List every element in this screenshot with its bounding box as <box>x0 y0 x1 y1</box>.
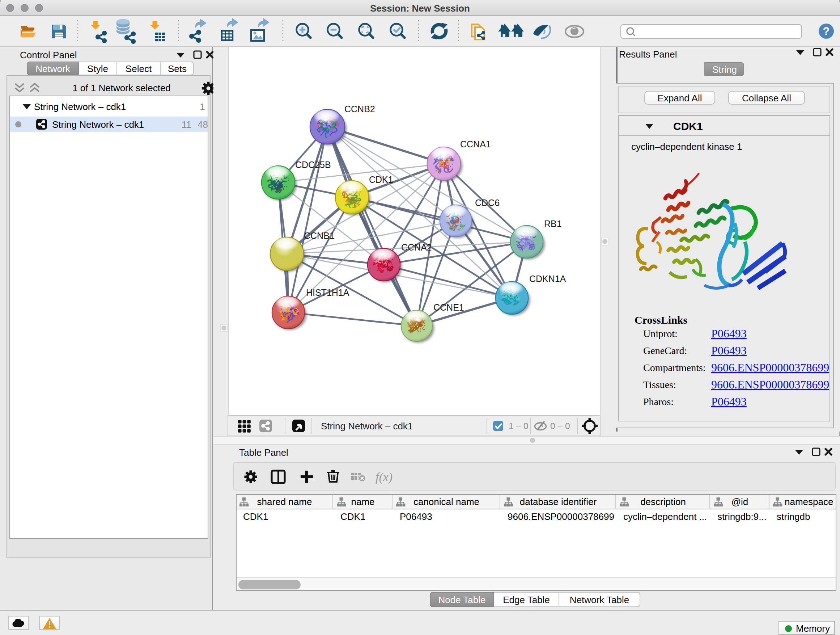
svg-text:CDKN1A: CDKN1A <box>529 274 566 284</box>
svg-text:CCNA1: CCNA1 <box>460 139 491 149</box>
svg-text:String Network – cdk1: String Network – cdk1 <box>321 421 413 432</box>
svg-text:CCNB1: CCNB1 <box>304 231 335 241</box>
svg-text:CCNA2: CCNA2 <box>401 242 432 252</box>
svg-text:CDC6: CDC6 <box>475 198 500 208</box>
svg-text:CDK1: CDK1 <box>369 174 393 185</box>
svg-text:CDC25B: CDC25B <box>295 160 331 170</box>
svg-text:CCNE1: CCNE1 <box>433 302 464 312</box>
svg-text:?: ? <box>823 25 830 38</box>
svg-text:HIST1H1A: HIST1H1A <box>306 287 349 298</box>
svg-text:f(x): f(x) <box>376 470 393 484</box>
svg-text:RB1: RB1 <box>544 219 562 229</box>
svg-text:CCNB2: CCNB2 <box>344 104 375 114</box>
svg-text:1 – 0: 1 – 0 <box>508 421 529 431</box>
svg-text:0 – 0: 0 – 0 <box>550 421 570 431</box>
